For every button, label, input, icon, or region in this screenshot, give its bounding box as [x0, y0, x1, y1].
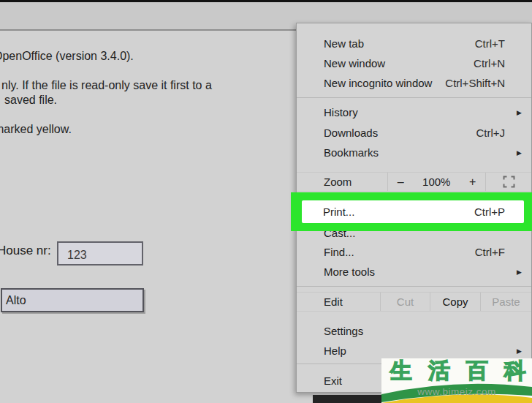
- menu-item-label: Print...: [323, 206, 354, 218]
- menu-item-new-window[interactable]: New window Ctrl+N: [297, 53, 531, 73]
- site-watermark: 生 活 百 科 www.bimeiz.com: [381, 358, 532, 403]
- menu-separator: [297, 286, 531, 287]
- cut-button[interactable]: Cut: [380, 293, 430, 311]
- submenu-arrow-icon: ▶: [517, 347, 522, 355]
- menu-separator: [297, 97, 531, 98]
- doc-line-openoffice: OpenOffice (version 3.4.0).: [0, 50, 134, 63]
- menu-item-zoom: Zoom – 100% +: [297, 172, 531, 192]
- menu-item-shortcut: Ctrl+N: [474, 57, 505, 69]
- menu-item-label: Find...: [324, 246, 354, 258]
- menu-item-shortcut: Ctrl+T: [475, 37, 505, 50]
- zoom-controls: – 100% +: [387, 173, 485, 191]
- watermark-title: 生 活 百 科: [381, 358, 532, 384]
- menu-item-new-tab[interactable]: New tab Ctrl+T: [297, 34, 531, 53]
- menu-item-label: More tools: [324, 265, 375, 278]
- fullscreen-button[interactable]: [485, 173, 531, 191]
- zoom-level-value: 100%: [422, 176, 450, 188]
- browser-window: wiki How OpenOffice (version 3.4.0). nly…: [0, 0, 532, 403]
- menu-item-label: Bookmarks: [324, 146, 379, 159]
- menu-item-label: New incognito window: [324, 77, 432, 89]
- menu-item-more-tools[interactable]: More tools ▶: [297, 262, 531, 282]
- menu-item-bookmarks[interactable]: Bookmarks ▶: [297, 143, 531, 162]
- city-value: Alto: [6, 294, 26, 307]
- fullscreen-icon: [503, 176, 515, 188]
- watermark-char: 百: [466, 358, 488, 384]
- house-nr-value: 123: [67, 249, 87, 262]
- doc-line-marked: marked yellow.: [0, 123, 72, 136]
- menu-item-label: New window: [324, 57, 385, 69]
- menu-item-shortcut: Ctrl+Shift+N: [445, 77, 505, 89]
- menu-item-edit: Edit Cut Copy Paste: [297, 292, 531, 312]
- menu-item-shortcut: Ctrl+J: [476, 127, 505, 139]
- city-input[interactable]: Alto: [1, 288, 144, 312]
- watermark-char: 生: [390, 358, 412, 384]
- menu-item-label: Help: [324, 344, 346, 357]
- menu-item-shortcut: Ctrl+F: [475, 246, 505, 258]
- watermark-char: 活: [428, 358, 450, 384]
- house-nr-label: House nr:: [0, 244, 51, 258]
- submenu-arrow-icon: ▶: [517, 268, 522, 276]
- edit-label: Edit: [297, 293, 380, 311]
- submenu-arrow-icon: ▶: [517, 109, 522, 116]
- menu-item-label: Exit: [324, 374, 342, 387]
- menu-item-history[interactable]: History ▶: [297, 102, 531, 122]
- zoom-in-button[interactable]: +: [469, 176, 476, 189]
- watermark-char: 科: [504, 358, 526, 384]
- menu-item-shortcut: Ctrl+P: [474, 206, 505, 218]
- print-highlight-box: Print... Ctrl+P: [291, 192, 532, 231]
- submenu-arrow-icon: ▶: [517, 149, 522, 157]
- menu-item-help[interactable]: Help ▶: [297, 341, 531, 361]
- menu-item-new-incognito-window[interactable]: New incognito window Ctrl+Shift+N: [297, 73, 531, 93]
- menu-item-label: History: [324, 106, 358, 118]
- menu-item-settings[interactable]: Settings: [297, 321, 531, 341]
- window-top-edge: [0, 0, 532, 2]
- house-nr-input[interactable]: 123: [57, 241, 143, 265]
- watermark-url: www.bimeiz.com: [381, 386, 532, 397]
- menu-item-print[interactable]: Print... Ctrl+P: [302, 200, 524, 223]
- copy-button[interactable]: Copy: [430, 293, 480, 311]
- zoom-label: Zoom: [297, 173, 387, 191]
- doc-line-savedfile: saved file.: [4, 94, 57, 107]
- doc-line-readonly: nly. If the file is read-only save it fi…: [1, 79, 212, 92]
- menu-item-downloads[interactable]: Downloads Ctrl+J: [297, 123, 531, 143]
- zoom-out-button[interactable]: –: [398, 176, 404, 189]
- menu-item-label: New tab: [324, 37, 364, 50]
- paste-button[interactable]: Paste: [480, 293, 531, 311]
- menu-item-find[interactable]: Find... Ctrl+F: [297, 242, 531, 262]
- menu-item-label: Settings: [324, 325, 363, 337]
- menu-item-label: Downloads: [324, 127, 378, 139]
